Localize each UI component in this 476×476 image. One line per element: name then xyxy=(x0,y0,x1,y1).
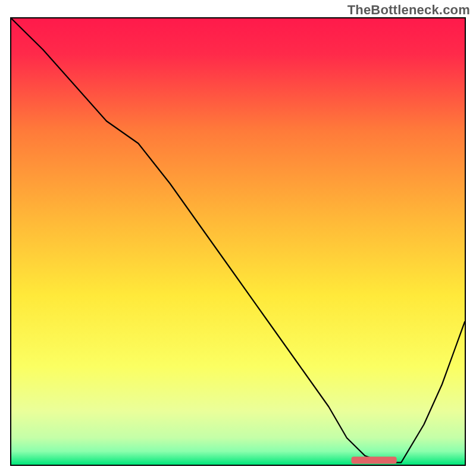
chart-svg xyxy=(11,18,465,465)
optimal-range-marker xyxy=(352,457,397,464)
chart-container: TheBottleneck.com xyxy=(0,0,476,476)
watermark-text: TheBottleneck.com xyxy=(347,2,470,18)
gradient-background xyxy=(11,18,465,465)
plot-frame xyxy=(10,17,466,466)
